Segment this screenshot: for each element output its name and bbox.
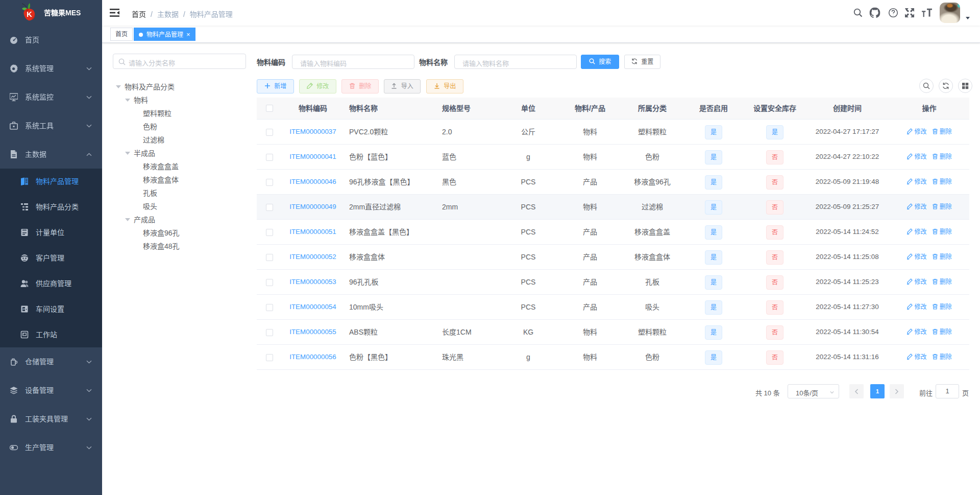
svg-text:K: K	[27, 10, 32, 18]
svg-text:2P: 2P	[23, 308, 27, 311]
